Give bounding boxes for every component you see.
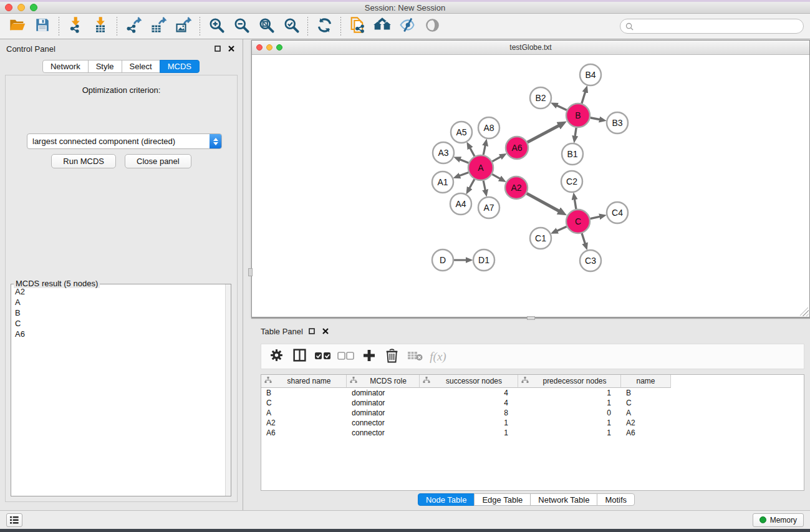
criterion-select[interactable]: largest connected component (directed) (27, 133, 222, 149)
network-window-titlebar[interactable]: testGlobe.txt (252, 41, 809, 55)
mcds-result-scrollbar[interactable] (225, 284, 231, 496)
mcds-result-item[interactable]: B (12, 307, 225, 318)
table-row[interactable]: Bdominator41B (261, 388, 804, 398)
mcds-result-item[interactable]: A6 (12, 329, 225, 339)
edge-B-B3[interactable] (591, 118, 600, 120)
zoom-selected-button[interactable] (279, 16, 304, 37)
edge-B-B1[interactable] (575, 128, 576, 137)
table-close-icon[interactable] (321, 326, 330, 336)
table-cell: A2 (621, 418, 671, 427)
edge-C-C2[interactable] (574, 199, 576, 210)
column-header-predecessor-nodes[interactable]: predecessor nodes (518, 375, 621, 388)
edge-A-A5[interactable] (470, 148, 475, 157)
edge-A-A3[interactable] (460, 159, 469, 163)
export-image-button[interactable] (171, 16, 196, 37)
birds-eye-view-button[interactable] (420, 16, 445, 37)
table-cell: A2 (261, 418, 347, 427)
resize-grip-icon[interactable] (800, 307, 809, 316)
table-settings-button[interactable] (265, 347, 288, 367)
select-stepper-icon (210, 134, 221, 148)
deselect-all-button[interactable] (334, 347, 357, 367)
edge-B-B2[interactable] (556, 105, 567, 110)
tab-node-table[interactable]: Node Table (418, 493, 475, 506)
column-type-icon (261, 377, 272, 385)
tab-motifs[interactable]: Motifs (597, 493, 635, 506)
table-float-icon[interactable] (307, 326, 317, 336)
delete-column-button[interactable] (380, 347, 403, 367)
export-network-button[interactable] (121, 16, 146, 37)
tab-select[interactable]: Select (122, 60, 160, 73)
close-panel-button[interactable]: Close panel (125, 154, 191, 168)
close-panel-icon[interactable] (226, 44, 236, 54)
memory-button[interactable]: Memory (753, 513, 804, 527)
edge-A-A2[interactable] (492, 174, 500, 179)
table-cell: dominator (347, 409, 420, 417)
edge-A6-B[interactable] (528, 125, 559, 142)
table-row[interactable]: A2connector11A2 (261, 418, 804, 428)
show-column-button[interactable] (288, 347, 311, 367)
mcds-result-list[interactable]: A2ABCA6 (12, 286, 225, 495)
open-session-button[interactable] (5, 16, 30, 37)
network-view-window: testGlobe.txt AA1A2A3A4A5A6A7A8BB1B2B3B4… (251, 40, 810, 317)
table-cell: A (261, 409, 347, 417)
table-cell: C (261, 399, 347, 407)
column-header-MCDS-role[interactable]: MCDS role (347, 375, 420, 388)
create-column-button[interactable] (357, 347, 380, 367)
edge-A-A1[interactable] (459, 172, 468, 176)
import-table-icon (92, 16, 109, 36)
table-cell: B (621, 389, 671, 397)
tab-style[interactable]: Style (88, 60, 122, 73)
horizontal-splitter-handle[interactable] (527, 316, 535, 320)
mcds-result-item[interactable]: A2 (12, 286, 225, 297)
node-label-A2: A2 (511, 183, 521, 193)
mcds-result-item[interactable]: A (12, 297, 225, 307)
table-tabs: Node TableEdge TableNetwork TableMotifs (243, 493, 810, 506)
edge-C-C1[interactable] (557, 226, 567, 231)
graphics-details-button[interactable] (395, 16, 420, 37)
tab-network-table[interactable]: Network Table (530, 493, 597, 506)
task-history-button[interactable] (6, 513, 22, 527)
export-table-button[interactable] (146, 16, 171, 37)
table-cell: 1 (420, 428, 518, 437)
network-canvas[interactable]: AA1A2A3A4A5A6A7A8BB1B2B3B4CC1C2C3C4DD1 (252, 55, 809, 317)
run-mcds-button[interactable]: Run MCDS (51, 154, 116, 168)
tab-mcds[interactable]: MCDS (160, 60, 200, 73)
edge-B-B4[interactable] (582, 92, 586, 104)
vertical-splitter-handle[interactable] (248, 268, 253, 276)
zoom-in-button[interactable] (204, 16, 229, 37)
tab-network[interactable]: Network (42, 60, 89, 73)
edge-A-A7[interactable] (483, 181, 485, 191)
edge-C-C4[interactable] (591, 216, 600, 219)
table-row[interactable]: Cdominator41C (261, 398, 804, 408)
edge-A-A8[interactable] (483, 145, 485, 155)
mcds-result-item[interactable]: C (12, 318, 225, 329)
search-input[interactable] (634, 20, 803, 32)
edge-A2-C[interactable] (527, 193, 559, 211)
edge-C-C3[interactable] (582, 233, 585, 244)
toolbar-separator (117, 17, 117, 36)
table-row[interactable]: A6connector11A6 (261, 428, 804, 438)
node-table[interactable]: shared nameMCDS rolesuccessor nodesprede… (261, 374, 804, 491)
zoom-fit-button[interactable] (254, 16, 279, 37)
refresh-view-button[interactable] (312, 16, 337, 37)
column-header-successor-nodes[interactable]: successor nodes (420, 375, 518, 388)
column-header-name[interactable]: name (621, 375, 671, 388)
edge-A-A4[interactable] (470, 179, 475, 188)
table-panel-header: Table Panel (253, 323, 806, 339)
table-cell: C (621, 399, 671, 407)
float-panel-icon[interactable] (213, 44, 223, 54)
edge-A-A6[interactable] (492, 157, 501, 162)
zoom-out-button[interactable] (229, 16, 254, 37)
tab-edge-table[interactable]: Edge Table (474, 493, 531, 506)
import-network-button[interactable] (63, 16, 88, 37)
home-button[interactable] (370, 16, 395, 37)
select-all-button[interactable] (311, 347, 334, 367)
duplicate-network-icon (349, 16, 366, 36)
import-table-button[interactable] (88, 16, 113, 37)
column-header-shared-name[interactable]: shared name (261, 375, 347, 388)
node-label-A4: A4 (455, 199, 466, 209)
mcds-result-box: MCDS result (5 nodes) A2ABCA6 (11, 284, 231, 496)
table-row[interactable]: Adominator80A (261, 408, 804, 418)
duplicate-network-button[interactable] (345, 16, 370, 37)
save-session-button[interactable] (30, 16, 55, 37)
